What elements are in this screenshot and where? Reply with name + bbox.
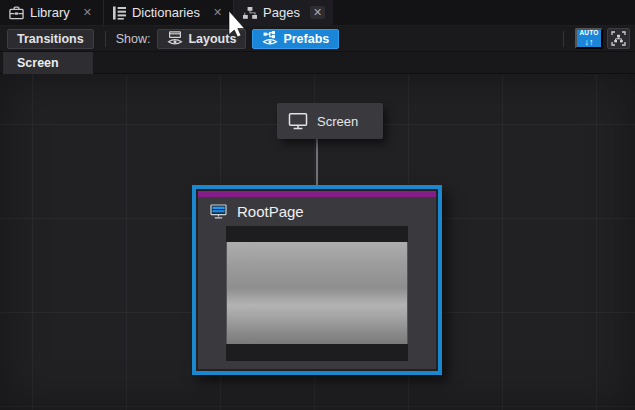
- toolbar-separator: [563, 31, 564, 47]
- transitions-button-label: Transitions: [17, 32, 84, 46]
- preview-content-gradient: [226, 242, 408, 344]
- library-icon: [9, 6, 24, 20]
- transitions-button[interactable]: Transitions: [7, 29, 94, 49]
- pages-icon: [243, 7, 257, 19]
- tab-library[interactable]: Library ✕: [0, 0, 103, 25]
- breadcrumb-screen-tab[interactable]: Screen: [3, 52, 93, 74]
- auto-arrange-label: AUTO: [579, 30, 598, 37]
- preview-footer-strip: [226, 344, 408, 361]
- layouts-toggle-button[interactable]: Layouts: [157, 29, 246, 49]
- tab-dictionaries[interactable]: Dictionaries ✕: [103, 0, 233, 25]
- rootpage-selection-border[interactable]: RootPage: [192, 185, 442, 375]
- screen-node[interactable]: Screen: [277, 103, 383, 139]
- fit-to-view-button[interactable]: [607, 28, 630, 49]
- prefabs-toggle-button[interactable]: Prefabs: [252, 29, 339, 49]
- show-label: Show:: [116, 32, 151, 46]
- pages-editor-window: Library ✕ Dictionaries ✕: [0, 0, 635, 410]
- tab-pages-label: Pages: [263, 5, 300, 20]
- node-graph-canvas[interactable]: Screen RootPage: [0, 74, 635, 410]
- prefabs-eye-icon: [262, 31, 278, 46]
- tab-dictionaries-label: Dictionaries: [132, 5, 200, 20]
- node-connector-line: [316, 139, 318, 186]
- dictionaries-icon: [113, 6, 126, 20]
- rootpage-monitor-icon: [210, 204, 227, 219]
- breadcrumb: Screen: [0, 52, 635, 74]
- screen-node-label: Screen: [317, 114, 358, 129]
- auto-arrange-button[interactable]: AUTO ↓↑: [575, 28, 603, 49]
- rootpage-header: RootPage: [198, 197, 436, 226]
- auto-arrange-arrows-icon: ↓↑: [585, 38, 594, 47]
- tab-pages-close-icon[interactable]: ✕: [310, 6, 325, 19]
- monitor-icon: [288, 112, 308, 130]
- prefabs-button-label: Prefabs: [283, 32, 329, 46]
- rootpage-node-label: RootPage: [237, 203, 304, 220]
- tab-dictionaries-close-icon[interactable]: ✕: [210, 6, 225, 19]
- layouts-eye-icon: [167, 31, 183, 46]
- document-tab-bar: Library ✕ Dictionaries ✕: [0, 0, 635, 26]
- tab-pages[interactable]: Pages ✕: [233, 0, 333, 25]
- rootpage-node[interactable]: RootPage: [198, 191, 436, 369]
- fit-to-view-icon: [611, 31, 626, 46]
- preview-header-strip: [226, 226, 408, 242]
- toolbar-separator: [105, 31, 106, 47]
- layouts-button-label: Layouts: [188, 32, 236, 46]
- breadcrumb-screen-label: Screen: [17, 56, 59, 70]
- pages-toolbar: Transitions Show: Layouts: [0, 26, 635, 52]
- tab-library-label: Library: [30, 5, 70, 20]
- rootpage-preview-thumbnail: [226, 226, 408, 361]
- tab-library-close-icon[interactable]: ✕: [80, 6, 95, 19]
